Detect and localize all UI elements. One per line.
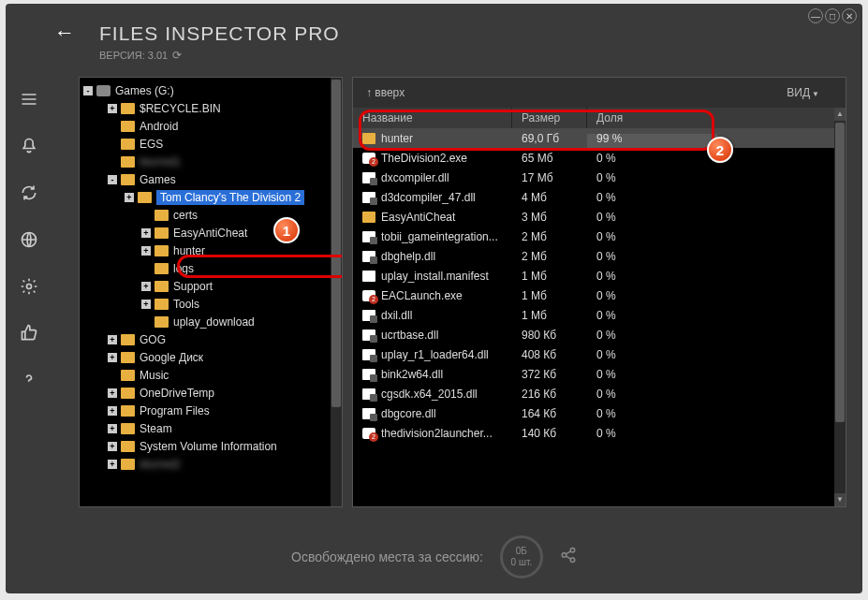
folder-icon (154, 316, 169, 328)
up-button[interactable]: ↑ вверх (366, 86, 405, 99)
list-row[interactable]: tobii_gameintegration...2 Мб0 % (353, 227, 846, 246)
tree-item[interactable]: blurred1 (80, 153, 342, 170)
minimize-button[interactable]: — (808, 8, 823, 23)
expand-icon[interactable]: + (108, 442, 117, 451)
scroll-down-icon[interactable]: ▼ (834, 493, 846, 506)
tree-item[interactable]: certs (80, 206, 342, 224)
scroll-up-icon[interactable]: ▲ (834, 108, 846, 121)
tree-item[interactable]: +Tom Clancy's The Division 2 (80, 188, 342, 206)
refresh-icon[interactable]: ⟳ (172, 49, 182, 62)
thumbs-up-icon[interactable] (18, 322, 40, 344)
list-header[interactable]: Название Размер Доля (353, 108, 846, 128)
list-row[interactable]: hunter69,0 Гб99 % (353, 128, 846, 148)
list-row[interactable]: cgsdk.x64_2015.dll216 Кб0 % (353, 384, 846, 403)
gear-icon[interactable] (18, 275, 40, 298)
list-row[interactable]: dbgcore.dll164 Кб0 % (353, 403, 846, 423)
file-list-panel: ↑ вверх ВИД▼ Название Размер Доля hunter… (352, 77, 846, 507)
file-name: dbghelp.dll (381, 250, 435, 263)
menu-icon[interactable] (18, 88, 40, 110)
share-icon[interactable] (560, 547, 577, 567)
tree-item[interactable]: +GOG (80, 330, 342, 348)
expand-icon[interactable]: + (108, 353, 117, 362)
collapse-icon[interactable]: - (83, 86, 93, 95)
close-button[interactable]: ✕ (842, 8, 857, 23)
tree-root[interactable]: - Games (G:) (80, 81, 342, 99)
list-row[interactable]: d3dcompiler_47.dll4 Мб0 % (353, 187, 846, 207)
header-name[interactable]: Название (353, 108, 512, 128)
scrollbar-thumb[interactable] (331, 80, 341, 407)
tree-item[interactable]: +OneDriveTemp (80, 384, 342, 402)
tree-item[interactable]: +blurred2 (80, 455, 342, 473)
folder-icon (121, 139, 135, 150)
list-row[interactable]: uplay_install.manifest1 Мб0 % (353, 266, 846, 285)
maximize-button[interactable]: □ (825, 8, 840, 23)
tree-label: $RECYCLE.BIN (140, 102, 221, 115)
header-share[interactable]: Доля (587, 108, 846, 128)
help-icon[interactable] (18, 369, 40, 391)
tree-label: Android (140, 120, 178, 133)
list-row[interactable]: dxil.dll1 Мб0 % (353, 305, 846, 325)
list-scrollbar[interactable]: ▲ ▼ (834, 108, 846, 506)
file-share: 0 % (587, 388, 846, 401)
tree-label: Games (140, 173, 176, 186)
file-name: uplay_r1_loader64.dll (381, 348, 489, 361)
list-row[interactable]: dxcompiler.dll17 Мб0 % (353, 168, 846, 187)
list-row[interactable]: dbghelp.dll2 Мб0 % (353, 246, 846, 266)
tree-item[interactable]: EGS (80, 135, 342, 153)
expand-icon[interactable]: + (141, 282, 151, 291)
list-row[interactable]: EasyAntiCheat3 Мб0 % (353, 207, 846, 227)
tree-item[interactable]: +hunter (80, 241, 342, 259)
expand-icon[interactable]: + (108, 406, 117, 416)
list-row[interactable]: EACLaunch.exe1 Мб0 % (353, 285, 846, 305)
tree-item[interactable]: +Support (80, 277, 342, 295)
footer-label: Освобождено места за сессию: (291, 549, 483, 564)
tree-item[interactable]: -Games (80, 170, 342, 188)
tree-item[interactable]: +EasyAntiCheat (80, 224, 342, 241)
expand-icon[interactable]: + (108, 424, 117, 433)
header-size[interactable]: Размер (512, 108, 587, 128)
tree-item[interactable]: +$RECYCLE.BIN (80, 99, 342, 117)
expand-icon[interactable]: + (108, 460, 117, 469)
expand-icon[interactable]: + (108, 388, 117, 398)
file-name: ucrtbase.dll (381, 329, 438, 342)
tree-item[interactable]: Android (80, 117, 342, 135)
file-size: 140 Кб (512, 427, 587, 440)
tree-item[interactable]: uplay_download (80, 313, 342, 330)
file-size: 1 Мб (512, 309, 587, 322)
globe-icon[interactable] (18, 228, 40, 251)
view-button[interactable]: ВИД▼ (787, 86, 819, 99)
tree-label: Tom Clancy's The Division 2 (156, 190, 304, 205)
expand-icon[interactable]: + (125, 193, 134, 202)
dll-icon (362, 369, 375, 380)
app-version: ВЕРСИЯ: 3.01⟳ (99, 49, 182, 62)
file-size: 65 Мб (512, 152, 587, 165)
expand-icon[interactable]: + (141, 300, 151, 309)
list-row[interactable]: bink2w64.dll372 Кб0 % (353, 364, 846, 384)
tree-item[interactable]: +Program Files (80, 402, 342, 419)
file-name: uplay_install.manifest (381, 270, 489, 283)
expand-icon[interactable]: + (141, 246, 151, 256)
tree-item[interactable]: +Steam (80, 419, 342, 437)
tree-item[interactable]: +System Volume Information (80, 437, 342, 455)
collapse-icon[interactable]: - (108, 175, 117, 184)
expand-icon[interactable]: + (108, 335, 117, 344)
expand-icon[interactable]: + (141, 228, 151, 238)
folder-tree[interactable]: - Games (G:) +$RECYCLE.BINAndroidEGSblur… (79, 77, 343, 507)
folder-icon (121, 334, 135, 345)
tree-item[interactable]: logs (80, 259, 342, 277)
list-row[interactable]: thedivision2launcher...140 Кб0 % (353, 423, 846, 443)
expand-icon[interactable]: + (108, 104, 117, 113)
list-row[interactable]: TheDivision2.exe65 Мб0 % (353, 148, 846, 168)
file-list[interactable]: Название Размер Доля hunter69,0 Гб99 %Th… (353, 108, 846, 506)
scrollbar-thumb[interactable] (835, 123, 845, 422)
tree-item[interactable]: Music (80, 366, 342, 384)
back-button[interactable]: ← (54, 21, 75, 45)
refresh-icon[interactable] (18, 182, 40, 204)
bell-icon[interactable] (18, 135, 40, 157)
tree-label: Music (140, 369, 169, 382)
list-row[interactable]: ucrtbase.dll980 Кб0 % (353, 325, 846, 344)
list-row[interactable]: uplay_r1_loader64.dll408 Кб0 % (353, 344, 846, 364)
tree-item[interactable]: +Google Диск (80, 348, 342, 366)
tree-item[interactable]: +Tools (80, 295, 342, 313)
tree-scrollbar[interactable] (331, 78, 342, 506)
